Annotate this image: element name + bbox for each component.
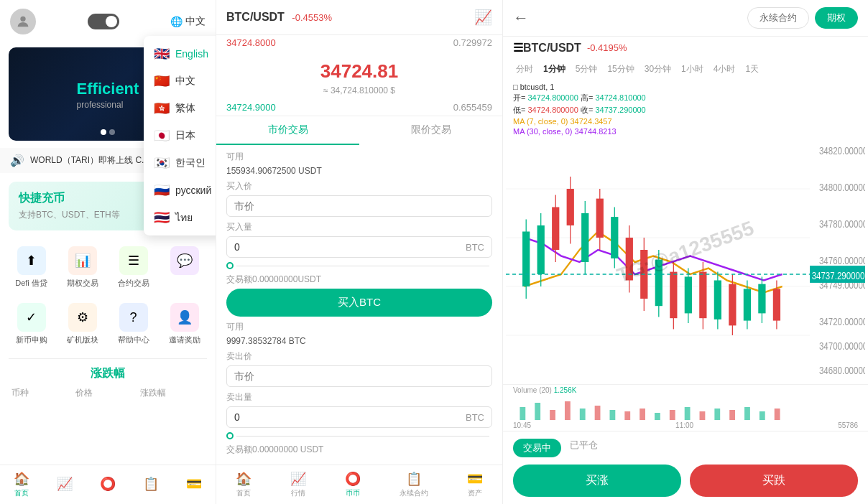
banner-text-line2: professional	[77, 100, 139, 110]
mid-nav-trade-label: 币币	[346, 488, 360, 498]
nav-contract[interactable]: 📋	[143, 476, 159, 493]
lang-item-russian[interactable]: 🇷🇺 русский	[144, 177, 216, 204]
mid-contract-icon: 📋	[406, 471, 422, 487]
nav-market[interactable]: 📈	[57, 476, 73, 493]
nav-home[interactable]: 🏠 首页	[14, 471, 29, 498]
chart-tab-15m[interactable]: 15分钟	[604, 62, 637, 77]
tab-perpetual[interactable]: 永续合约	[747, 7, 809, 29]
tab-limit[interactable]: 限价交易	[359, 116, 502, 145]
avatar[interactable]	[10, 9, 36, 34]
chart-high-val: 34724.810000	[595, 93, 645, 102]
mid-nav-home[interactable]: 🏠 首页	[236, 471, 251, 498]
lang-item-thai[interactable]: 🇹🇭 ไทย	[144, 204, 216, 231]
sell-qty-input[interactable]: BTC	[226, 406, 492, 428]
trade-icon: ⭕	[100, 476, 116, 492]
time-3: 55786	[838, 421, 858, 429]
nav-wallet[interactable]: 💳	[186, 476, 202, 493]
sell-price-field[interactable]	[234, 370, 484, 382]
market-col-price: 价格	[75, 387, 139, 399]
home-icon: 🏠	[14, 471, 29, 487]
back-button[interactable]: ←	[513, 9, 529, 27]
lang-selector[interactable]: 🌐 中文	[170, 15, 206, 28]
ob-sell-price-1: 34724.8000	[226, 37, 359, 48]
tab-market[interactable]: 市价交易	[216, 116, 359, 145]
chart-ma30-label: MA (30, close, 0)	[513, 127, 573, 136]
svg-text:34760.000000: 34760.000000	[819, 255, 865, 267]
right-pair-info: ☰ BTC/USDT -0.4195%	[503, 37, 868, 59]
lang-item-korean[interactable]: 🇰🇷 한국인	[144, 149, 216, 177]
grid-item-miner[interactable]: ⚙ 矿机版块	[58, 297, 106, 351]
mid-nav-market[interactable]: 📈 行情	[290, 471, 306, 498]
order-book: 34724.8000 0.729972 34724.7000 0.759319 …	[216, 35, 502, 116]
buy-price-input[interactable]	[226, 195, 492, 217]
notice-icon: 🔊	[10, 154, 24, 167]
chart-icon[interactable]: 📈	[474, 9, 492, 26]
svg-rect-18	[552, 207, 559, 251]
quick-recharge-info: 快捷充币 支持BTC、USDT、ETH等	[19, 191, 120, 221]
svg-rect-32	[655, 260, 662, 307]
grid-item-chat[interactable]: 💬	[160, 241, 208, 294]
mid-nav-trade[interactable]: ⭕ 币币	[345, 471, 361, 498]
tab-futures[interactable]: 期权	[815, 7, 858, 29]
buy-available-label: 可用	[226, 151, 492, 163]
svg-rect-55	[565, 401, 571, 420]
flag-korean: 🇰🇷	[154, 155, 170, 171]
grid-item-options[interactable]: 📊 期权交易	[58, 241, 106, 294]
chart-tab-1h[interactable]: 1小时	[678, 62, 706, 77]
long-button[interactable]: 买涨	[513, 465, 681, 497]
svg-rect-40	[714, 281, 721, 319]
ob-buy-price-1: 34724.9000	[226, 102, 359, 113]
sell-qty-field[interactable]	[234, 411, 466, 423]
nav-trade[interactable]: ⭕	[100, 476, 116, 493]
chart-tab-fen[interactable]: 分时	[513, 62, 536, 77]
short-button[interactable]: 买跌	[690, 465, 858, 497]
svg-rect-63	[685, 407, 691, 420]
grid-item-new-coin[interactable]: ✓ 新币申购	[7, 297, 55, 351]
buy-price-label: 买入价	[226, 180, 492, 192]
chart-tab-4h[interactable]: 4小时	[711, 62, 739, 77]
chart-tab-30m[interactable]: 30分钟	[642, 62, 674, 77]
chart-tabs: 分时 1分钟 5分钟 15分钟 30分钟 1小时 4小时 1天	[503, 59, 868, 80]
chart-tab-5m[interactable]: 5分钟	[573, 62, 601, 77]
mid-bottom-nav: 🏠 首页 📈 行情 ⭕ 币币 📋 永续合约 💳 资产	[216, 465, 502, 504]
dark-mode-toggle[interactable]	[88, 14, 119, 29]
lang-item-chinese[interactable]: 🇨🇳 中文	[144, 67, 216, 95]
lang-item-traditional[interactable]: 🇭🇰 繁体	[144, 95, 216, 122]
buy-qty-input[interactable]: BTC	[226, 236, 492, 258]
buy-qty-field[interactable]	[234, 241, 466, 253]
chart-tab-1m[interactable]: 1分钟	[540, 62, 568, 77]
grid-item-defi[interactable]: ⬆ Defi 借贷	[7, 241, 55, 294]
status-tab-closed[interactable]: 已平仓	[570, 439, 598, 457]
trade-form: 可用 155934.90672500 USDT 买入价 买入量 BTC 交易额0…	[216, 145, 502, 465]
buy-price-field[interactable]	[234, 200, 484, 212]
chart-low-val: 34724.800000	[527, 106, 578, 114]
grid-item-help[interactable]: ? 帮助中心	[109, 297, 157, 351]
lang-label-chinese: 中文	[175, 75, 195, 88]
mid-nav-wallet[interactable]: 💳 资产	[467, 471, 483, 498]
new-coin-label: 新币申购	[16, 335, 47, 345]
time-axis: 10:45 11:00 55786	[503, 420, 868, 431]
flag-japanese: 🇯🇵	[154, 128, 170, 144]
market-col-coin: 币种	[11, 387, 75, 399]
status-tab-trading[interactable]: 交易中	[513, 439, 561, 457]
left-panel: 🌐 中文 🇬🇧 English 🇨🇳 中文 🇭🇰 繁体 🇯🇵 日本 🇰🇷 한국인…	[0, 0, 216, 504]
sell-price-input[interactable]	[226, 365, 492, 387]
svg-rect-42	[729, 284, 736, 326]
mid-nav-contract[interactable]: 📋 永续合约	[400, 471, 428, 498]
svg-rect-36	[685, 276, 692, 313]
grid-item-contract[interactable]: ☰ 合约交易	[109, 241, 157, 294]
svg-rect-68	[760, 411, 765, 420]
vol-val: 1.256K	[554, 386, 577, 394]
mid-pair-change: -0.4553%	[292, 12, 332, 23]
lang-item-english[interactable]: 🇬🇧 English	[144, 40, 216, 67]
grid-item-invite[interactable]: 👤 邀请奖励	[160, 297, 208, 351]
svg-rect-62	[670, 410, 675, 420]
chart-tab-1d[interactable]: 1天	[742, 62, 762, 77]
svg-rect-48	[773, 289, 780, 320]
contract-nav-icon: 📋	[143, 476, 159, 492]
svg-rect-44	[744, 289, 751, 320]
dot-2	[109, 129, 115, 135]
lang-item-japanese[interactable]: 🇯🇵 日本	[144, 122, 216, 149]
sell-slider-line	[236, 436, 489, 437]
buy-btc-button[interactable]: 买入BTC	[226, 289, 492, 317]
